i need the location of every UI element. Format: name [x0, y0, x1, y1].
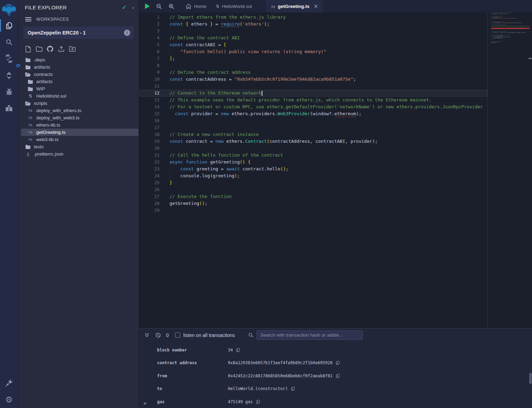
home-icon	[186, 4, 191, 9]
copy-icon[interactable]	[336, 374, 340, 378]
sidebar-item-search[interactable]	[0, 34, 18, 50]
tree-item-getGreeting.ts[interactable]: TSgetGreeting.ts	[21, 129, 138, 136]
terminal-scrollbar[interactable]	[529, 373, 532, 384]
workspace-select[interactable]: OpenZeppelin ERC20 - 1 ▲▼	[23, 27, 134, 39]
code-line-14[interactable]: 14// For a testnet or custom RPC, use et…	[139, 103, 487, 110]
code-line-17[interactable]: 17	[139, 124, 487, 131]
sidebar-item-settings[interactable]: ⚙	[0, 391, 18, 408]
tree-item-deploy_with_web3.ts[interactable]: TSdeploy_with_web3.ts	[21, 114, 138, 121]
sidebar-item-deploy-and-run[interactable]	[0, 67, 18, 83]
run-script-button[interactable]	[145, 3, 150, 9]
code-line-16[interactable]: 16	[139, 117, 487, 124]
code-line-20[interactable]: 20	[139, 145, 487, 152]
close-tab-icon[interactable]: ✕	[313, 3, 318, 10]
file-type-icon: TS	[28, 109, 33, 112]
code-line-15[interactable]: 15 const provider = new ethers.providers…	[139, 110, 487, 117]
terminal-row-gas: gas475149 gas	[139, 395, 532, 408]
file-name: artifacts	[34, 64, 50, 70]
terminal-search-icon	[248, 332, 254, 338]
code-line-26[interactable]: 26	[139, 186, 487, 193]
line-number: 2	[139, 21, 159, 28]
file-name: .deps	[34, 57, 45, 62]
code-line-10[interactable]: 10const contractAddress = "0xb54febb5c0c…	[139, 76, 487, 83]
tree-item-contracts[interactable]: contracts	[21, 71, 138, 78]
tree-item-.deps[interactable]: .deps	[21, 56, 138, 63]
code-line-2[interactable]: 2const { ethers } = require('ethers');	[139, 21, 487, 28]
copy-icon[interactable]	[256, 400, 260, 404]
search-icon	[5, 38, 13, 46]
code-line-28[interactable]: 28getGreeting();	[139, 200, 487, 207]
zoom-in-icon[interactable]	[168, 3, 175, 10]
new-file-icon[interactable]	[24, 45, 32, 53]
github-icon[interactable]	[46, 45, 54, 53]
upload-file-icon[interactable]	[57, 45, 65, 53]
file-name: deploy_with_ethers.ts	[36, 108, 81, 113]
tab-getGreeting.ts[interactable]: TSgetGreeting.ts✕	[266, 0, 323, 12]
tab-bar: HomeSHelloWorld.solTSgetGreeting.ts✕	[139, 0, 532, 12]
upload-folder-icon[interactable]	[68, 45, 76, 53]
folder-open-icon	[25, 72, 31, 77]
file-explorer-panel: FILE EXPLORER ✓ › WORKSPACES OpenZeppeli…	[18, 0, 139, 408]
line-number: 14	[139, 103, 159, 110]
code-line-6[interactable]: 6 "function hello() public view returns …	[139, 48, 487, 55]
tree-item-HelloWorld.sol[interactable]: SHelloWorld.sol	[21, 92, 138, 100]
file-type-icon: TS	[28, 131, 33, 134]
code-line-11[interactable]: 11	[139, 83, 487, 90]
code-line-13[interactable]: 13// This example uses the default provi…	[139, 97, 487, 103]
tab-Home[interactable]: Home	[181, 0, 211, 12]
code-line-27[interactable]: 27// Execute the function	[139, 193, 487, 200]
tree-item-artifacts[interactable]: artifacts	[21, 63, 138, 71]
new-folder-icon[interactable]	[35, 45, 43, 53]
code-line-22[interactable]: 22async function getGreeting() {	[139, 159, 487, 166]
file-name: artifacts	[36, 79, 52, 84]
tree-item-tests[interactable]: tests	[21, 143, 138, 150]
solidity-compiler-icon: ⟳	[5, 54, 13, 63]
copy-icon[interactable]	[336, 361, 340, 365]
tree-item-deploy_with_ethers.ts[interactable]: TSdeploy_with_ethers.ts	[21, 107, 138, 114]
code-line-23[interactable]: 23 const greeting = await contract.hello…	[139, 166, 487, 172]
code-line-21[interactable]: 21// Call the hello function of the cont…	[139, 152, 487, 159]
code-line-9[interactable]: 9// Define the contract address	[139, 69, 487, 76]
chevron-right-icon[interactable]: ›	[132, 4, 134, 11]
hamburger-menu-icon[interactable]	[25, 17, 31, 21]
tree-item-WIP[interactable]: WIP	[21, 85, 138, 92]
sidebar-item-file-explorer[interactable]	[0, 17, 18, 34]
bug-icon	[5, 88, 13, 96]
terminal-prompt[interactable]: >	[144, 401, 146, 406]
code-line-4[interactable]: 4// Define the contract ABI	[139, 34, 487, 41]
zoom-out-icon[interactable]	[156, 3, 162, 10]
listen-transactions-checkbox[interactable]	[175, 332, 180, 338]
line-number: 7	[139, 55, 159, 62]
collapse-terminal-icon[interactable]	[143, 332, 150, 338]
tree-item-artifacts[interactable]: artifacts	[21, 78, 138, 85]
copy-icon[interactable]	[291, 387, 295, 391]
code-editor[interactable]: 1// Import ethers from the ethers.js lib…	[139, 12, 532, 328]
tab-HelloWorld.sol[interactable]: SHelloWorld.sol	[211, 0, 257, 12]
terminal-search-input[interactable]	[257, 330, 363, 340]
sidebar-item-solidity-compiler[interactable]: ⟳	[0, 50, 18, 67]
code-line-1[interactable]: 1// Import ethers from the ethers.js lib…	[139, 14, 487, 21]
code-line-12[interactable]: 12// Connect to the Ethereum network	[139, 90, 487, 97]
row-label: from	[157, 374, 228, 378]
clear-console-icon[interactable]	[155, 332, 162, 338]
code-line-19[interactable]: 19const contract = new ethers.Contract(c…	[139, 138, 487, 145]
code-line-5[interactable]: 5const contractABI = [	[139, 41, 487, 48]
code-line-3[interactable]: 3	[139, 28, 487, 34]
code-line-29[interactable]: 29	[139, 207, 487, 214]
code-line-7[interactable]: 7];	[139, 55, 487, 62]
sidebar-item-debugger[interactable]	[0, 83, 18, 100]
sidebar-item-plugin-manager[interactable]	[0, 375, 18, 391]
code-line-18[interactable]: 18// Create a new contract instance	[139, 131, 487, 138]
tree-item-.prettierrc.json[interactable]: { }.prettierrc.json	[21, 150, 138, 158]
sidebar-item-learneth[interactable]	[0, 100, 18, 117]
code-line-24[interactable]: 24 console.log(greeting);	[139, 172, 487, 179]
overview-ruler-marker	[529, 58, 532, 59]
minimap[interactable]: // Import ethers from the ethers.js libr…	[491, 12, 530, 44]
tree-item-ethers-lib.ts[interactable]: TSethers-lib.ts	[21, 121, 138, 129]
code-line-25[interactable]: 25}	[139, 179, 487, 186]
tree-item-scripts[interactable]: scripts	[21, 100, 138, 107]
workspace-stepper-icon[interactable]: ▲▼	[124, 30, 130, 36]
tree-item-web3-lib.ts[interactable]: TSweb3-lib.ts	[21, 136, 138, 143]
copy-icon[interactable]	[236, 348, 240, 352]
code-line-8[interactable]: 8	[139, 62, 487, 69]
